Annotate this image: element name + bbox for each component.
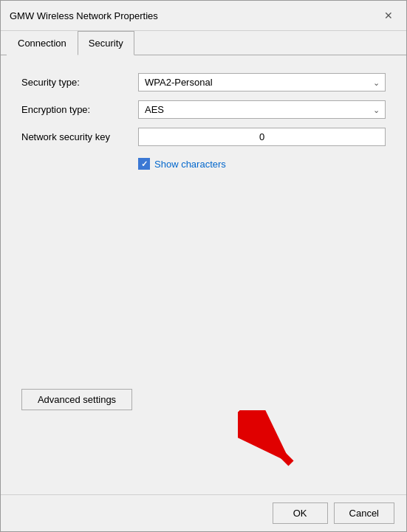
cancel-button[interactable]: Cancel (334, 502, 394, 524)
tab-bar: Connection Security (1, 31, 406, 55)
title-bar: GMW Wireless Network Properties ✕ (1, 1, 406, 31)
encryption-type-row: Encryption type: AES ⌄ (21, 100, 386, 119)
network-security-key-label: Network security key (21, 131, 132, 142)
window-title: GMW Wireless Network Properties (10, 10, 158, 21)
network-security-key-wrapper (138, 128, 386, 146)
security-type-dropdown[interactable]: WPA2-Personal (138, 73, 386, 91)
network-security-key-input[interactable] (138, 128, 386, 146)
ok-button[interactable]: OK (273, 502, 328, 524)
tab-connection[interactable]: Connection (7, 31, 78, 55)
show-characters-text: Show characters (154, 159, 226, 170)
arrow-area (21, 410, 386, 477)
button-bar: OK Cancel (1, 494, 406, 531)
security-type-dropdown-container: WPA2-Personal ⌄ (138, 73, 386, 91)
show-characters-checkbox-label[interactable]: ✓ Show characters (138, 158, 226, 170)
encryption-type-dropdown[interactable]: AES (138, 100, 386, 119)
advanced-settings-button[interactable]: Advanced settings (21, 389, 132, 410)
form-section: Security type: WPA2-Personal ⌄ Encryptio… (21, 73, 386, 170)
tab-content: Security type: WPA2-Personal ⌄ Encryptio… (1, 55, 406, 494)
security-type-label: Security type: (21, 77, 132, 88)
ok-arrow-icon (238, 410, 304, 477)
show-characters-checkbox[interactable]: ✓ (138, 158, 150, 170)
dialog-window: GMW Wireless Network Properties ✕ Connec… (0, 0, 407, 532)
security-type-row: Security type: WPA2-Personal ⌄ (21, 73, 386, 91)
show-characters-row: ✓ Show characters (138, 158, 386, 170)
tab-security[interactable]: Security (78, 31, 134, 55)
encryption-type-dropdown-container: AES ⌄ (138, 100, 386, 119)
close-button[interactable]: ✕ (380, 7, 397, 24)
checkmark-icon: ✓ (141, 159, 148, 169)
network-security-key-row: Network security key (21, 128, 386, 146)
bottom-section: Advanced settings (21, 389, 386, 477)
svg-line-1 (245, 418, 291, 463)
encryption-type-label: Encryption type: (21, 104, 132, 115)
